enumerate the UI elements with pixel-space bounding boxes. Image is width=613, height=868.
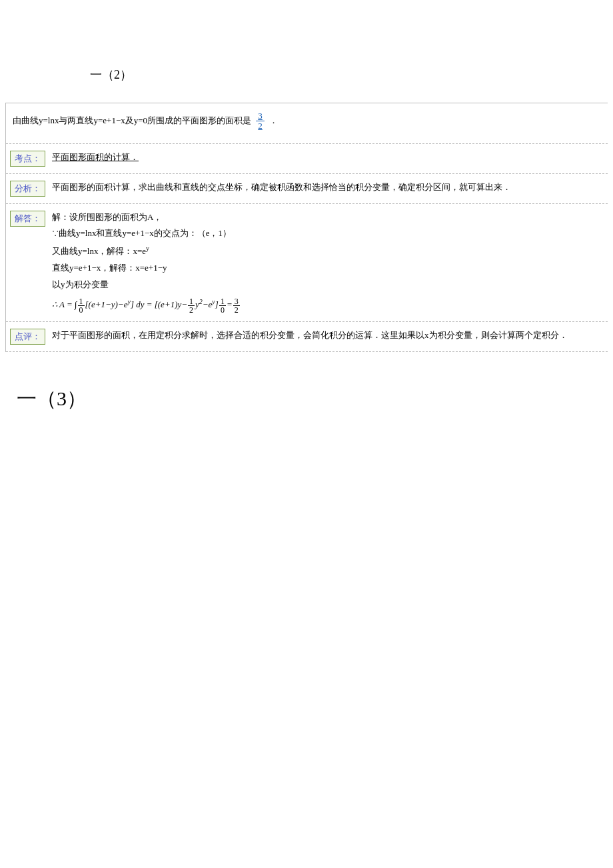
- jieda-line4: 直线y=e+1−x，解得：x=e+1−y: [52, 260, 604, 277]
- tag-dianping: 点评：: [10, 329, 45, 345]
- int-limits: 10: [78, 297, 85, 315]
- jieda-line3-pre: 又曲线y=lnx，解得：x=e: [52, 246, 146, 256]
- section-jieda: 解答： 解：设所围图形的面积为A， ∵曲线y=lnx和直线y=e+1−x的交点为…: [6, 204, 608, 322]
- f1-num: 1: [188, 297, 195, 307]
- jieda-formula: ∴ A = ∫10[(e+1−y)−ey] dy = [(e+1)y−12y2−…: [52, 297, 604, 314]
- formula-body2: ] dy = [(e+1)y−: [131, 300, 187, 310]
- formula-eq: =: [227, 300, 233, 310]
- answer-frac-den: 2: [256, 121, 265, 131]
- tag-kaodian: 考点：: [10, 151, 45, 167]
- f2-num: 3: [233, 297, 240, 307]
- section-dianping: 点评： 对于平面图形的面积，在用定积分求解时，选择合适的积分变量，会简化积分的运…: [6, 322, 608, 352]
- int-bot: 0: [78, 306, 85, 315]
- eval-limits: 10: [219, 297, 226, 315]
- jieda-line3: 又曲线y=lnx，解得：x=ey: [52, 242, 604, 260]
- lim-top: 1: [219, 297, 226, 307]
- formula-body5: ]: [215, 300, 219, 310]
- formula-body4: −e: [203, 300, 213, 310]
- question-row: 由曲线y=lnx与两直线y=e+1−x及y=0所围成的平面图形的面积是 3 2 …: [6, 103, 608, 144]
- answer-fraction: 3 2: [256, 111, 265, 131]
- int-top: 1: [78, 297, 85, 307]
- jieda-line1: 解：设所围图形的面积为A，: [52, 209, 604, 226]
- content-fenxi: 平面图形的面积计算，求出曲线和直线的交点坐标，确定被积函数和选择恰当的积分变量，…: [52, 179, 604, 196]
- jieda-line2: ∵曲线y=lnx和直线y=e+1−x的交点为：（e，1）: [52, 225, 604, 242]
- section-kaodian: 考点： 平面图形面积的计算．: [6, 144, 608, 174]
- jieda-line3-sup: y: [146, 245, 149, 252]
- formula-body1: [(e+1−y)−e: [85, 300, 128, 310]
- frac-result: 32: [233, 297, 240, 315]
- tag-fenxi: 分析：: [10, 181, 45, 197]
- formula-lead: ∴ A = ∫: [52, 300, 77, 310]
- jieda-line5: 以y为积分变量: [52, 277, 604, 293]
- content-jieda: 解：设所围图形的面积为A， ∵曲线y=lnx和直线y=e+1−x的交点为：（e，…: [52, 209, 604, 315]
- heading-q2: 一（2）: [90, 67, 613, 83]
- heading-q3: 一（3）: [17, 385, 613, 413]
- lim-bot: 0: [219, 306, 226, 315]
- content-kaodian: 平面图形面积的计算．: [52, 149, 604, 166]
- answer-frac-num: 3: [256, 111, 265, 121]
- solution-box: 由曲线y=lnx与两直线y=e+1−x及y=0所围成的平面图形的面积是 3 2 …: [5, 103, 608, 352]
- tag-jieda: 解答：: [10, 211, 45, 227]
- question-text-pre: 由曲线y=lnx与两直线y=e+1−x及y=0所围成的平面图形的面积是: [13, 115, 251, 125]
- frac-half: 12: [188, 297, 195, 315]
- section-fenxi: 分析： 平面图形的面积计算，求出曲线和直线的交点坐标，确定被积函数和选择恰当的积…: [6, 174, 608, 204]
- question-text-post: ．: [269, 115, 278, 125]
- f2-den: 2: [233, 306, 240, 315]
- kaodian-text: 平面图形面积的计算．: [52, 152, 139, 162]
- content-dianping: 对于平面图形的面积，在用定积分求解时，选择合适的积分变量，会简化积分的运算．这里…: [52, 327, 604, 344]
- f1-den: 2: [188, 306, 195, 315]
